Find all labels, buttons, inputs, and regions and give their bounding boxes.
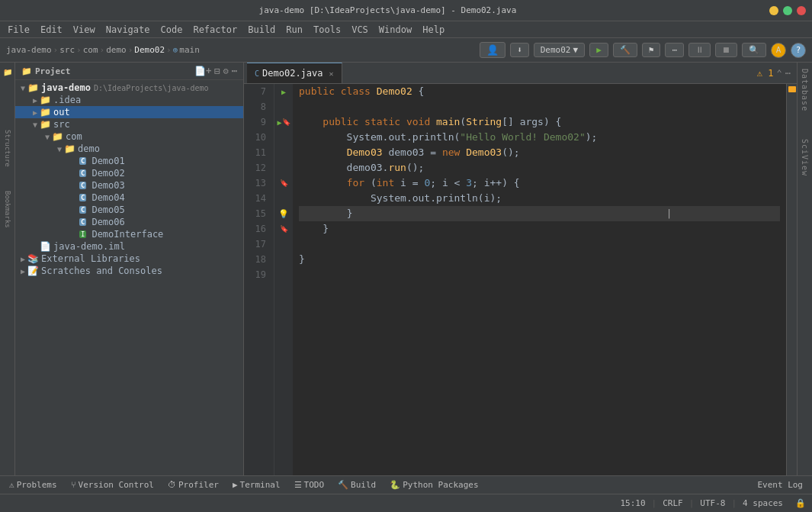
line-8: 8 xyxy=(244,99,269,114)
editor-area: C Demo02.java ✕ ⚠ 1 ⌃ ⋯ 7 8 9 10 11 12 1… xyxy=(244,63,797,475)
menu-run[interactable]: Run xyxy=(281,23,307,37)
user-icon[interactable]: A xyxy=(771,43,786,58)
vcs-update-button[interactable]: ⬇ xyxy=(510,43,529,57)
bookmark-13[interactable]: 🔖 xyxy=(280,179,288,187)
line-15: 15 xyxy=(244,206,269,221)
tree-item-out[interactable]: ▶ 📁 out xyxy=(15,106,243,118)
tree-item-root[interactable]: ▼ 📁 java-demo D:\IdeaProjects\java-demo xyxy=(15,82,243,94)
more-icon[interactable]: ⋯ xyxy=(232,66,237,76)
settings-icon[interactable]: ⚙ xyxy=(223,66,229,76)
tree-item-demo04[interactable]: C Demo04 xyxy=(15,192,243,204)
database-tab[interactable]: Database xyxy=(799,66,810,114)
event-log-label[interactable]: Event Log xyxy=(757,480,803,490)
help-button[interactable]: ? xyxy=(791,43,806,58)
run-button[interactable]: ▶ xyxy=(589,43,608,57)
menu-file[interactable]: File xyxy=(3,23,34,37)
add-file-icon[interactable]: 📄+ xyxy=(194,66,211,76)
suspend-button[interactable]: ⏸ xyxy=(688,43,711,57)
tree-item-ext-libs[interactable]: ▶ 📚 External Libraries xyxy=(15,253,243,265)
menu-code[interactable]: Code xyxy=(156,23,188,37)
menu-bar: File Edit View Navigate Code Refactor Bu… xyxy=(0,21,812,38)
encoding[interactable]: UTF-8 xyxy=(700,498,725,508)
breadcrumb-src[interactable]: src xyxy=(59,45,75,55)
tree-item-iml[interactable]: 📄 java-demo.iml xyxy=(15,240,243,253)
structure-icon[interactable]: Structure xyxy=(2,142,14,154)
tree-item-demo05[interactable]: C Demo05 xyxy=(15,204,243,216)
menu-help[interactable]: Help xyxy=(418,23,449,37)
cursor-position: 15:10 xyxy=(620,498,645,508)
minimize-button[interactable] xyxy=(769,6,778,15)
tree-item-demo01[interactable]: C Demo01 xyxy=(15,155,243,167)
sidebar-header: 📁 Project 📄+ ⊟ ⚙ ⋯ xyxy=(15,63,243,80)
breadcrumb-demo02[interactable]: Demo02 xyxy=(134,45,165,55)
bottom-tab-profiler[interactable]: ⏱ Profiler xyxy=(162,478,225,491)
sciview-tab[interactable]: SciView xyxy=(799,136,810,179)
breadcrumb-main-label[interactable]: main xyxy=(179,45,200,55)
bookmark-9[interactable]: 🔖 xyxy=(282,118,290,126)
expand-tab-icon[interactable]: ⌃ xyxy=(777,68,782,79)
bottom-tab-build[interactable]: 🔨 Build xyxy=(332,478,382,491)
project-icon[interactable]: 📁 xyxy=(2,66,14,78)
tab-java-icon: C xyxy=(255,69,259,78)
bottom-tab-todo[interactable]: ☰ TODO xyxy=(288,478,331,491)
code-line-19 xyxy=(299,267,780,282)
run-arrow-7[interactable]: ▶ xyxy=(281,88,286,96)
right-scroll-gutter[interactable] xyxy=(786,84,797,475)
tree-item-demointerface[interactable]: I DemoInterface xyxy=(15,228,243,240)
close-button[interactable] xyxy=(797,6,806,15)
tree-item-com[interactable]: ▼ 📁 com xyxy=(15,130,243,143)
code-line-10: System.out.println("Hello World! Demo02"… xyxy=(299,130,780,145)
maximize-button[interactable] xyxy=(783,6,792,15)
line-10: 10 xyxy=(244,130,269,145)
code-content[interactable]: public class Demo02 { public static void… xyxy=(293,84,786,475)
bottom-tab-problems[interactable]: ⚠ Problems xyxy=(3,478,63,491)
menu-tools[interactable]: Tools xyxy=(309,23,345,37)
search-button[interactable]: 🔍 xyxy=(742,43,766,57)
tab-close-icon[interactable]: ✕ xyxy=(329,69,334,78)
run-config-selector[interactable]: Demo02 ▼ xyxy=(534,43,585,57)
tree-item-demo06[interactable]: C Demo06 xyxy=(15,216,243,228)
menu-window[interactable]: Window xyxy=(374,23,416,37)
gutter-8 xyxy=(274,99,293,114)
bottom-tab-vcs[interactable]: ⑂ Version Control xyxy=(65,478,160,491)
menu-view[interactable]: View xyxy=(69,23,100,37)
folder-icon: 📁 xyxy=(21,66,32,76)
line-16: 16 xyxy=(244,221,269,237)
bottom-tab-python[interactable]: 🐍 Python Packages xyxy=(384,478,484,491)
bookmarks-icon[interactable]: Bookmarks xyxy=(2,203,14,215)
tree-item-demo03[interactable]: C Demo03 xyxy=(15,179,243,192)
tree-item-demo02[interactable]: C Demo02 xyxy=(15,167,243,179)
code-line-7: public class Demo02 { xyxy=(299,84,780,99)
menu-build[interactable]: Build xyxy=(243,23,280,37)
profile-button[interactable]: 👤 xyxy=(480,42,505,58)
more-run-button[interactable]: ⋯ xyxy=(665,43,684,57)
breadcrumb-project[interactable]: java-demo xyxy=(6,45,52,55)
terminal-label: Terminal xyxy=(240,480,281,490)
breadcrumb-main[interactable]: ⊕ xyxy=(173,45,178,55)
menu-navigate[interactable]: Navigate xyxy=(101,23,155,37)
tree-item-idea[interactable]: ▶ 📁 .idea xyxy=(15,94,243,106)
bookmark-16[interactable]: 🔖 xyxy=(280,225,288,233)
menu-refactor[interactable]: Refactor xyxy=(188,23,242,37)
warning-15[interactable]: 💡 xyxy=(278,209,289,219)
more-tabs-icon[interactable]: ⋯ xyxy=(785,68,791,79)
bottom-toolbar-right: Event Log xyxy=(757,480,809,490)
editor-tab-demo02[interactable]: C Demo02.java ✕ xyxy=(247,63,342,83)
bottom-tab-terminal[interactable]: ▶ Terminal xyxy=(226,478,287,491)
tree-item-src[interactable]: ▼ 📁 src xyxy=(15,118,243,130)
indent[interactable]: 4 spaces xyxy=(743,498,783,508)
tree-item-scratches[interactable]: ▶ 📝 Scratches and Consoles xyxy=(15,265,243,277)
gutter-18 xyxy=(274,252,293,267)
menu-vcs[interactable]: VCS xyxy=(347,23,373,37)
build-label: Build xyxy=(351,480,376,490)
tree-root: ▼ 📁 java-demo D:\IdeaProjects\java-demo … xyxy=(15,80,243,279)
menu-edit[interactable]: Edit xyxy=(36,23,67,37)
build-button[interactable]: 🔨 xyxy=(613,43,637,57)
tree-item-demo[interactable]: ▼ 📁 demo xyxy=(15,143,243,155)
breadcrumb-com[interactable]: com xyxy=(83,45,98,55)
collapse-all-icon[interactable]: ⊟ xyxy=(214,66,220,76)
stop-button[interactable]: ⏹ xyxy=(715,43,737,57)
breadcrumb-demo[interactable]: demo xyxy=(106,45,127,55)
coverage-button[interactable]: ⚑ xyxy=(642,43,661,57)
line-ending[interactable]: CRLF xyxy=(663,498,683,508)
